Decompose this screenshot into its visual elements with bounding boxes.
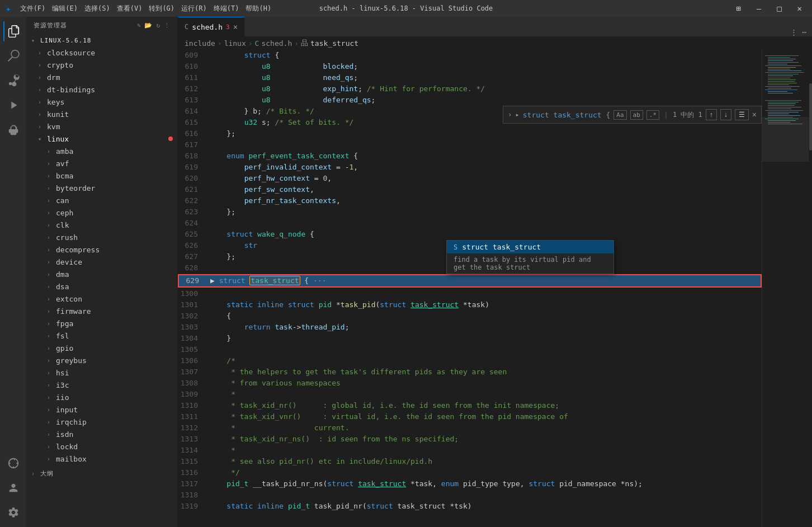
breadcrumb-file[interactable]: sched.h — [261, 39, 292, 48]
tree-item-iio[interactable]: › iio — [27, 391, 177, 403]
sidebar-header-icons[interactable]: ✎ 📂 ↻ ⋮ — [137, 22, 171, 29]
tree-item-clocksource[interactable]: › clocksource — [27, 46, 177, 59]
menu-item[interactable]: 选择(S) — [84, 4, 110, 13]
run-icon[interactable] — [3, 95, 23, 115]
find-close-button[interactable]: × — [752, 110, 757, 119]
tree-item-fsl[interactable]: › fsl — [27, 330, 177, 342]
tree-item-firmware[interactable]: › firmware — [27, 305, 177, 317]
tree-item-clk[interactable]: › clk — [27, 219, 177, 231]
svg-rect-2 — [768, 57, 790, 58]
svg-rect-31 — [765, 110, 803, 111]
remote-icon[interactable] — [3, 453, 23, 473]
close-button[interactable]: ✕ — [793, 3, 806, 14]
tree-item-avf[interactable]: › avf — [27, 157, 177, 170]
tree-item-bcma[interactable]: › bcma — [27, 170, 177, 182]
breadcrumb-include[interactable]: include — [185, 39, 215, 48]
svg-rect-5 — [768, 62, 799, 63]
tab-close-button[interactable]: × — [233, 22, 238, 31]
find-widget[interactable]: › ▸ struct task_struct { Aa ab .* | 1 中的… — [503, 106, 762, 124]
menu-item[interactable]: 运行(R) — [181, 4, 207, 13]
code-line-622: 622 perf_nr_task_contexts, — [178, 195, 762, 206]
extensions-icon[interactable] — [3, 120, 23, 140]
tree-item-crush[interactable]: › crush — [27, 231, 177, 243]
find-whole-word[interactable]: ab — [630, 110, 643, 120]
collapse-icon[interactable]: ⋮ — [164, 22, 171, 29]
tree-item-extcon[interactable]: › extcon — [27, 293, 177, 305]
find-prev-button[interactable]: ↑ — [706, 109, 717, 120]
svg-rect-8 — [768, 67, 796, 68]
tree-item-kunit[interactable]: › kunit — [27, 108, 177, 120]
outline-section[interactable]: › 大纲 — [27, 467, 177, 479]
breadcrumb-symbol-icon: 品 — [301, 38, 308, 48]
code-line-625: 625 struct wake_q_node { — [178, 229, 762, 240]
explorer-icon[interactable] — [3, 21, 23, 41]
tree-item-amba[interactable]: › amba — [27, 145, 177, 157]
svg-rect-39 — [768, 124, 802, 124]
tree-item-drm[interactable]: › drm — [27, 71, 177, 83]
find-next-button[interactable]: ↓ — [720, 109, 731, 120]
git-icon[interactable] — [3, 70, 23, 91]
maximize-button[interactable]: □ — [772, 3, 786, 14]
code-line-620: 620 perf_hw_context = 0, — [178, 173, 762, 184]
svg-rect-20 — [768, 88, 791, 88]
tree-root-item[interactable]: ▾ LINUX-5.6.18 — [27, 34, 177, 46]
tree-item-lockd[interactable]: › lockd — [27, 440, 177, 453]
tree-item-device[interactable]: › device — [27, 256, 177, 268]
find-match-case[interactable]: Aa — [613, 110, 626, 120]
new-file-icon[interactable]: ✎ — [137, 22, 141, 29]
autocomplete-dropdown[interactable]: S struct task_struct find a task by its … — [446, 240, 614, 274]
tree-item-kvm[interactable]: › kvm — [27, 120, 177, 133]
menu-bar[interactable]: 文件(F)编辑(E)选择(S)查看(V)转到(G)运行(R)终端(T)帮助(H) — [20, 4, 272, 13]
svg-rect-13 — [768, 76, 793, 76]
menu-item[interactable]: 编辑(E) — [52, 4, 78, 13]
tree-item-i3c[interactable]: › i3c — [27, 379, 177, 391]
tree-item-dsa[interactable]: › dsa — [27, 280, 177, 293]
account-icon[interactable] — [3, 478, 23, 498]
window-controls[interactable]: ⊞ — □ ✕ — [731, 3, 806, 14]
breadcrumb-symbol[interactable]: task_struct — [310, 39, 358, 48]
more-actions-icon[interactable]: ⋯ — [802, 28, 806, 36]
autocomplete-item-task-struct[interactable]: S struct task_struct — [447, 241, 613, 253]
autocomplete-desc: find a task by its virtual pid and get t… — [447, 253, 613, 274]
tree-item-decompress[interactable]: › decompress — [27, 243, 177, 256]
tree-item-irqchip[interactable]: › irqchip — [27, 416, 177, 428]
tab-label: sched.h — [192, 23, 223, 31]
new-folder-icon[interactable]: 📂 — [144, 22, 153, 29]
tree-item-dma[interactable]: › dma — [27, 268, 177, 280]
search-icon[interactable] — [3, 46, 23, 66]
tree-item-can[interactable]: › can — [27, 194, 177, 206]
svg-rect-37 — [768, 120, 796, 121]
tree-item-input[interactable]: › input — [27, 403, 177, 416]
tree-item-mailbox[interactable]: › mailbox — [27, 453, 177, 465]
tree-item-linux[interactable]: ▾ linux — [27, 133, 177, 145]
menu-item[interactable]: 转到(G) — [149, 4, 174, 13]
find-list-button[interactable]: ☰ — [735, 109, 749, 120]
find-regex[interactable]: .* — [646, 110, 659, 120]
svg-rect-4 — [768, 60, 793, 61]
svg-rect-16 — [768, 81, 795, 82]
find-expand-icon[interactable]: ▸ — [516, 111, 520, 119]
code-line-1312: 1312 * current. — [178, 422, 762, 434]
menu-item[interactable]: 查看(V) — [117, 4, 143, 13]
tree-item-keys[interactable]: › keys — [27, 96, 177, 108]
menu-item[interactable]: 帮助(H) — [246, 4, 271, 13]
tab-sched-h[interactable]: C sched.h 3 × — [178, 17, 245, 36]
tree-item-byteorder[interactable]: › byteorder — [27, 182, 177, 194]
tree-item-ceph[interactable]: › ceph — [27, 206, 177, 219]
refresh-icon[interactable]: ↻ — [156, 22, 160, 29]
settings-icon[interactable] — [3, 502, 23, 523]
minimize-button[interactable]: — — [752, 3, 766, 14]
tree-item-fpga[interactable]: › fpga — [27, 317, 177, 330]
split-editor-icon[interactable]: ⋮ — [790, 28, 797, 36]
code-line-1316: 1316 */ — [178, 467, 762, 478]
layout-icon[interactable]: ⊞ — [731, 3, 745, 14]
tree-item-isdn[interactable]: › isdn — [27, 428, 177, 440]
tree-item-greybus[interactable]: › greybus — [27, 354, 177, 366]
tree-item-dt-bindings[interactable]: › dt-bindings — [27, 83, 177, 96]
tree-item-gpio[interactable]: › gpio — [27, 342, 177, 354]
menu-item[interactable]: 终端(T) — [214, 4, 239, 13]
tree-item-crypto[interactable]: › crypto — [27, 59, 177, 71]
breadcrumb-linux[interactable]: linux — [224, 39, 246, 48]
tree-item-hsi[interactable]: › hsi — [27, 366, 177, 379]
menu-item[interactable]: 文件(F) — [20, 4, 46, 13]
